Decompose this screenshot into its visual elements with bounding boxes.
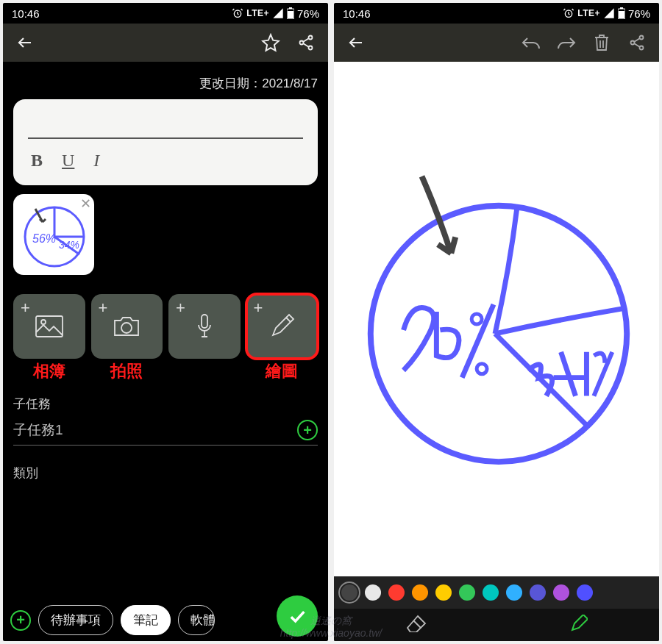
favorite-button[interactable] bbox=[256, 28, 285, 57]
redo-button[interactable] bbox=[552, 28, 581, 57]
drawing-thumbnail[interactable]: ✕ 56% 34% bbox=[13, 194, 94, 275]
svg-rect-10 bbox=[36, 316, 63, 337]
back-button[interactable] bbox=[341, 28, 371, 57]
drawing-tools-bar bbox=[334, 609, 659, 641]
subtask-input[interactable]: 子任務1 bbox=[13, 421, 297, 440]
svg-point-12 bbox=[121, 323, 132, 333]
plus-icon: + bbox=[176, 298, 185, 318]
underline-button[interactable]: U bbox=[62, 151, 74, 171]
swatch-3[interactable] bbox=[412, 584, 428, 601]
toolbar bbox=[3, 24, 328, 62]
drawing-canvas[interactable] bbox=[334, 62, 659, 576]
swatch-4[interactable] bbox=[435, 584, 452, 601]
undo-button[interactable] bbox=[516, 28, 546, 57]
battery-label: 76% bbox=[628, 7, 650, 20]
category-heading: 類別 bbox=[13, 465, 318, 482]
swatch-10[interactable] bbox=[577, 584, 593, 601]
signal-icon bbox=[603, 7, 615, 19]
swatch-9[interactable] bbox=[553, 584, 569, 601]
clock: 10:46 bbox=[12, 7, 40, 20]
add-gallery-button[interactable]: + bbox=[13, 294, 85, 359]
alarm-icon bbox=[232, 7, 243, 19]
svg-point-22 bbox=[471, 314, 482, 324]
swatch-5[interactable] bbox=[459, 584, 475, 601]
subtask-heading: 子任務 bbox=[13, 396, 318, 412]
phone-left-note-editor: 10:46 LTE+ 76% 更改日期：2021/8/17 B U bbox=[3, 3, 328, 641]
confirm-fab[interactable] bbox=[277, 595, 318, 637]
svg-rect-2 bbox=[289, 7, 292, 9]
drawing-label: 繪圖 bbox=[246, 360, 318, 382]
bold-button[interactable]: B bbox=[31, 151, 43, 171]
svg-text:56%: 56% bbox=[32, 232, 56, 245]
modified-date: 更改日期：2021/8/17 bbox=[13, 62, 318, 99]
network-label: LTE+ bbox=[246, 8, 269, 18]
plus-icon: + bbox=[21, 298, 30, 318]
svg-text:34%: 34% bbox=[59, 239, 79, 251]
italic-button[interactable]: I bbox=[93, 151, 99, 171]
attachment-row: + + + + bbox=[13, 294, 318, 359]
chip-notes[interactable]: 筆記 bbox=[121, 605, 171, 635]
delete-button[interactable] bbox=[587, 28, 616, 57]
signal-icon bbox=[272, 7, 284, 19]
svg-point-23 bbox=[477, 364, 487, 374]
clock: 10:46 bbox=[343, 7, 371, 20]
svg-rect-13 bbox=[202, 315, 207, 328]
back-button[interactable] bbox=[10, 28, 40, 57]
plus-icon: + bbox=[254, 298, 263, 318]
status-bar: 10:46 LTE+ 76% bbox=[334, 3, 659, 24]
status-bar: 10:46 LTE+ 76% bbox=[3, 3, 328, 24]
add-subtask-button[interactable]: + bbox=[297, 420, 318, 440]
chip-todo[interactable]: 待辦事項 bbox=[38, 605, 113, 635]
note-text-card[interactable]: B U I bbox=[13, 99, 318, 185]
add-category-button[interactable]: + bbox=[10, 610, 31, 631]
camera-label: 拍照 bbox=[91, 360, 163, 382]
alarm-icon bbox=[563, 7, 574, 19]
network-label: LTE+ bbox=[577, 8, 600, 18]
color-palette bbox=[334, 576, 659, 609]
share-button[interactable] bbox=[291, 28, 321, 57]
plus-icon: + bbox=[99, 298, 108, 318]
pencil-button[interactable] bbox=[570, 615, 588, 635]
svg-point-11 bbox=[41, 320, 46, 324]
gallery-label: 相簿 bbox=[13, 360, 85, 382]
close-icon[interactable]: ✕ bbox=[80, 196, 91, 212]
swatch-7[interactable] bbox=[506, 584, 522, 601]
swatch-6[interactable] bbox=[483, 584, 499, 601]
battery-icon bbox=[287, 7, 294, 19]
chip-software[interactable]: 軟體 bbox=[178, 605, 215, 635]
battery-label: 76% bbox=[297, 7, 319, 20]
swatch-8[interactable] bbox=[530, 584, 546, 601]
swatch-2[interactable] bbox=[388, 584, 405, 601]
phone-right-drawing-editor: 10:46 LTE+ 76% bbox=[334, 3, 659, 641]
swatch-0[interactable] bbox=[341, 584, 357, 601]
swatch-1[interactable] bbox=[365, 584, 381, 601]
drawing-toolbar bbox=[334, 24, 659, 62]
battery-icon bbox=[618, 7, 625, 19]
add-drawing-button[interactable]: + bbox=[246, 294, 318, 359]
svg-rect-16 bbox=[620, 7, 623, 9]
svg-rect-3 bbox=[288, 11, 293, 18]
share-button[interactable] bbox=[622, 28, 652, 57]
svg-rect-17 bbox=[619, 11, 624, 18]
add-camera-button[interactable]: + bbox=[91, 294, 163, 359]
attachment-labels: 相簿 拍照 繪圖 bbox=[13, 360, 318, 382]
add-voice-button[interactable]: + bbox=[168, 294, 241, 359]
eraser-button[interactable] bbox=[406, 615, 427, 635]
voice-label bbox=[168, 360, 241, 382]
